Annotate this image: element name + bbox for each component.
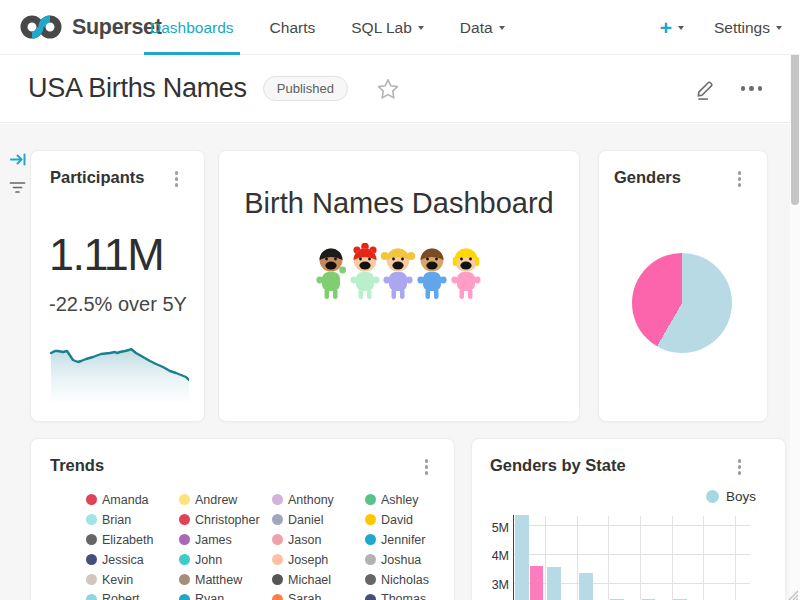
legend-dot [179,514,190,525]
legend-item[interactable]: Amanda [86,493,179,507]
legend-item[interactable]: Ryan [179,592,272,600]
nav-item-sql-lab[interactable]: SQL Lab [351,0,424,55]
legend-item[interactable]: Daniel [272,513,365,527]
legend-item[interactable]: Robert [86,592,179,600]
legend-dot [365,494,376,505]
legend-label: Thomas [381,592,426,600]
dashboard-header: USA Births Names Published [0,55,790,123]
plus-icon: + [660,17,672,38]
legend-item[interactable]: John [179,553,272,567]
kebab-menu-icon[interactable] [423,457,431,477]
legend-item[interactable]: Christopher [179,513,272,527]
legend-dot [86,514,97,525]
genders-pie [632,253,732,353]
new-item-button[interactable]: + [660,17,684,38]
legend-dot [365,574,376,585]
legend-item[interactable]: Matthew [179,573,272,587]
legend-label: Ashley [381,493,419,507]
filter-icon[interactable] [8,178,27,200]
legend-item[interactable]: Jessica [86,553,179,567]
nav-item-data[interactable]: Data [460,0,505,55]
legend-dot [365,594,376,600]
settings-menu[interactable]: Settings [714,19,782,37]
legend-dot [365,514,376,525]
navbar: Superset Dashboards Charts SQL Lab Data … [0,0,800,55]
legend-label: Nicholas [381,573,429,587]
legend-item[interactable]: Andrew [179,493,272,507]
nav-right: + Settings [660,0,782,55]
card-trends: Trends AmandaAndrewAnthonyAshleyBrianChr… [30,438,455,600]
legend-label: Christopher [195,513,260,527]
legend-dot [86,574,97,585]
resize-handle-icon[interactable] [786,586,798,600]
legend-label: Ryan [195,592,224,600]
y-axis-label: 4M [472,549,509,563]
caret-down-icon [499,26,505,30]
card-participants: Participants 1.11M -22.5% over 5Y [30,150,205,422]
legend-label: Elizabeth [102,533,153,547]
legend-dot [365,554,376,565]
legend-item[interactable]: Kevin [86,573,179,587]
legend-item[interactable]: Jennifer [365,533,455,547]
page-title: USA Births Names [28,73,247,104]
legend-dot [179,554,190,565]
legend-item[interactable]: Joseph [272,553,365,567]
legend-dot [272,534,283,545]
legend-item[interactable]: Thomas [365,592,455,600]
legend-label: David [381,513,413,527]
expand-filter-bar-icon[interactable] [9,150,28,173]
legend-dot [179,594,190,600]
legend-item[interactable]: Elizabeth [86,533,179,547]
legend-label: Anthony [288,493,334,507]
big-number-value: 1.11M [49,229,163,281]
legend-label: Brian [102,513,131,527]
legend-item[interactable]: Nicholas [365,573,455,587]
legend-label: Michael [288,573,331,587]
caret-down-icon [418,26,424,30]
favorite-star-icon[interactable] [376,77,400,101]
card-markdown: Birth Names Dashboard [218,150,580,422]
legend-dot [365,534,376,545]
legend-dot [272,554,283,565]
legend-label: Joshua [381,553,421,567]
caret-down-icon [678,26,684,30]
legend-dot [86,594,97,600]
legend-item[interactable]: Ashley [365,493,455,507]
legend-label: John [195,553,222,567]
legend-item[interactable]: Brian [86,513,179,527]
legend-item[interactable]: David [365,513,455,527]
chart-title: Genders [614,168,681,187]
nav-item-dashboards[interactable]: Dashboards [150,0,234,55]
children-illustration [313,243,485,301]
legend-label: Kevin [102,573,133,587]
big-number-delta: -22.5% over 5Y [49,293,187,316]
legend-item[interactable]: Anthony [272,493,365,507]
legend-dot [272,494,283,505]
edit-dashboard-button[interactable] [694,77,717,101]
legend-dot [86,534,97,545]
kebab-menu-icon[interactable] [736,169,744,189]
nav-item-charts[interactable]: Charts [270,0,316,55]
kebab-menu-icon[interactable] [173,169,181,189]
legend-item[interactable]: Sarah [272,592,365,600]
legend-dot [86,494,97,505]
bar-boy [547,567,561,600]
legend-label: James [195,533,232,547]
legend-label: Daniel [288,513,323,527]
legend-item[interactable]: Michael [272,573,365,587]
published-badge: Published [263,76,348,101]
legend-label: Jessica [102,553,144,567]
y-axis-label: 5M [472,521,509,535]
caret-down-icon [776,26,782,30]
bar-chart: 5M4M3M [472,439,786,600]
more-actions-button[interactable] [741,86,763,91]
bar-boy [579,573,593,600]
legend-item[interactable]: Jason [272,533,365,547]
legend-item[interactable]: Joshua [365,553,455,567]
legend-label: Andrew [195,493,237,507]
superset-logo[interactable]: Superset [18,12,162,42]
legend-dot [272,574,283,585]
legend-label: Jason [288,533,321,547]
legend-item[interactable]: James [179,533,272,547]
legend-label: Joseph [288,553,328,567]
